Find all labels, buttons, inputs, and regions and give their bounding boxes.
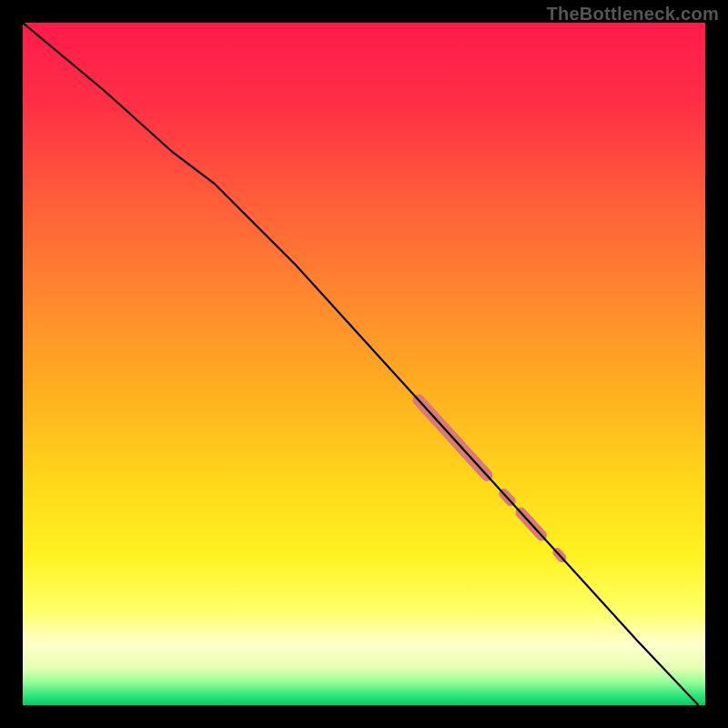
- chart-frame: TheBottleneck.com: [0, 0, 728, 728]
- plot-area: [23, 23, 705, 705]
- attribution-label: TheBottleneck.com: [546, 4, 719, 25]
- chart-canvas: [23, 23, 705, 705]
